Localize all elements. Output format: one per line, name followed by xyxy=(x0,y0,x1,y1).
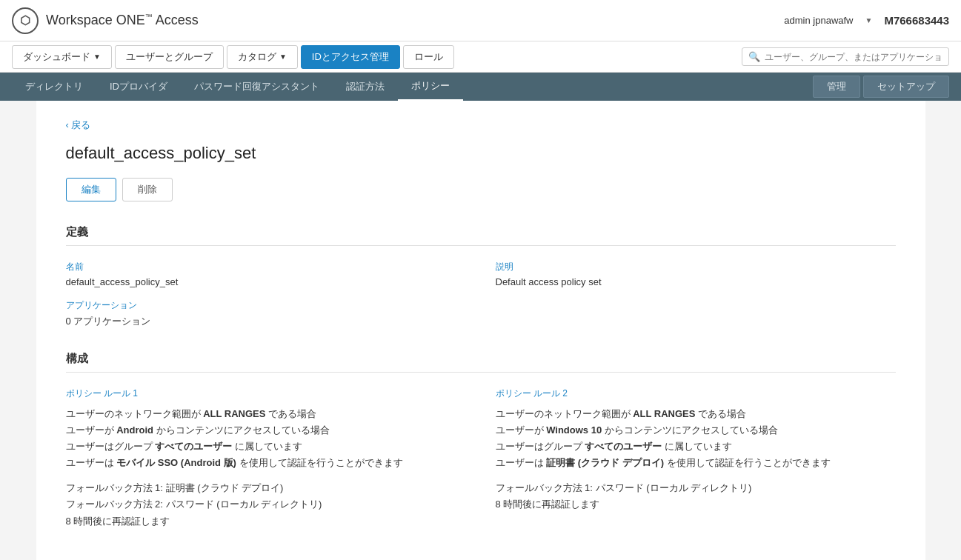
subnav-manage-btn[interactable]: 管理 xyxy=(813,76,860,98)
policy-rule-1-fallback-1: フォールバック方法 1: 証明書 (クラウド デプロイ) xyxy=(66,480,466,496)
subnav-directory[interactable]: ディレクトリ xyxy=(12,73,96,101)
policy-rule-2: ポリシー ルール 2 ユーザーのネットワーク範囲が ALL RANGES である… xyxy=(496,387,896,530)
definition-grid: 名前 default_access_policy_set 説明 Default … xyxy=(66,261,896,287)
policy-rule-2-line-3: ユーザーはグループ すべてのユーザー に属しています xyxy=(496,439,896,455)
content-area: ‹ 戻る default_access_policy_set 編集 削除 定義 … xyxy=(36,101,925,560)
nav-users-groups[interactable]: ユーザーとグループ xyxy=(115,45,224,69)
nav-dashboard-label: ダッシュボード xyxy=(23,50,90,64)
description-field: 説明 Default access policy set xyxy=(496,261,896,287)
policy-rule-1-line-3: ユーザーはグループ すべてのユーザー に属しています xyxy=(66,439,466,455)
logo-text: Workspace ONE™ Access xyxy=(46,13,199,28)
config-title: 構成 xyxy=(66,352,896,373)
header-left: ⬡ Workspace ONE™ Access xyxy=(12,7,199,34)
delete-button[interactable]: 削除 xyxy=(122,178,173,201)
search-input[interactable] xyxy=(765,52,942,62)
config-grid: ポリシー ルール 1 ユーザーのネットワーク範囲が ALL RANGES である… xyxy=(66,387,896,530)
policy-rule-2-title: ポリシー ルール 2 xyxy=(496,387,896,400)
nav-search-box[interactable]: 🔍 xyxy=(742,47,949,66)
nav-catalog-label: カタログ xyxy=(238,50,276,64)
policy-rule-2-line-4: ユーザーは 証明書 (クラウド デプロイ) を使用して認証を行うことができます xyxy=(496,455,896,471)
policy-rule-2-fallback-2: 8 時間後に再認証します xyxy=(496,496,896,513)
definition-title: 定義 xyxy=(66,225,896,246)
logo-sup: ™ xyxy=(145,13,153,21)
subnav-password-recovery[interactable]: パスワード回復アシスタント xyxy=(181,73,333,101)
subnav-setup-btn[interactable]: セットアップ xyxy=(863,76,949,98)
policy-rule-2-fallbacks: フォールバック方法 1: パスワード (ローカル ディレクトリ) 8 時間後に再… xyxy=(496,480,896,513)
header-user-arrow[interactable]: ▼ xyxy=(865,16,873,24)
header-user: admin jpnawafw xyxy=(784,15,853,26)
sub-nav: ディレクトリ IDプロバイダ パスワード回復アシスタント 認証方法 ポリシー 管… xyxy=(0,73,961,101)
subnav-auth-method[interactable]: 認証方法 xyxy=(333,73,398,101)
search-icon: 🔍 xyxy=(748,51,760,62)
policy-rule-1-fallback-3: 8 時間後に再認証します xyxy=(66,513,466,530)
nav-users-groups-label: ユーザーとグループ xyxy=(126,50,213,64)
nav-bar: ダッシュボード ▼ ユーザーとグループ カタログ ▼ IDとアクセス管理 ロール… xyxy=(0,41,961,73)
nav-catalog-arrow: ▼ xyxy=(279,53,287,61)
header-right: admin jpnawafw ▼ M766683443 xyxy=(784,14,949,27)
subnav-idprovider[interactable]: IDプロバイダ xyxy=(96,73,181,101)
policy-rule-1-fallbacks: フォールバック方法 1: 証明書 (クラウド デプロイ) フォールバック方法 2… xyxy=(66,480,466,529)
nav-role-label: ロール xyxy=(414,50,443,64)
description-value: Default access policy set xyxy=(496,276,896,287)
nav-id-access[interactable]: IDとアクセス管理 xyxy=(301,45,400,69)
policy-rule-1-line-4: ユーザーは モバイル SSO (Android 版) を使用して認証を行うことが… xyxy=(66,455,466,471)
logo-access: Access xyxy=(153,13,199,27)
definition-section: 定義 名前 default_access_policy_set 説明 Defau… xyxy=(66,225,896,328)
applications-field: アプリケーション 0 アプリケーション xyxy=(66,299,896,328)
logo-icon: ⬡ xyxy=(12,7,39,34)
header: ⬡ Workspace ONE™ Access admin jpnawafw ▼… xyxy=(0,0,961,41)
description-label: 説明 xyxy=(496,261,896,273)
edit-button[interactable]: 編集 xyxy=(66,178,116,201)
policy-rule-2-fallback-1: フォールバック方法 1: パスワード (ローカル ディレクトリ) xyxy=(496,480,896,496)
applications-value: 0 アプリケーション xyxy=(66,315,896,328)
config-section: 構成 ポリシー ルール 1 ユーザーのネットワーク範囲が ALL RANGES … xyxy=(66,352,896,530)
policy-rule-1: ポリシー ルール 1 ユーザーのネットワーク範囲が ALL RANGES である… xyxy=(66,387,466,530)
action-buttons: 編集 削除 xyxy=(66,178,896,201)
policy-rule-2-line-1: ユーザーのネットワーク範囲が ALL RANGES である場合 xyxy=(496,406,896,422)
sub-nav-left: ディレクトリ IDプロバイダ パスワード回復アシスタント 認証方法 ポリシー xyxy=(12,73,463,101)
applications-label: アプリケーション xyxy=(66,299,896,312)
nav-role[interactable]: ロール xyxy=(403,45,454,69)
back-link[interactable]: ‹ 戻る xyxy=(66,119,91,132)
subnav-policy[interactable]: ポリシー xyxy=(398,73,463,101)
policy-rule-1-line-2: ユーザーが Android からコンテンツにアクセスしている場合 xyxy=(66,422,466,439)
name-field: 名前 default_access_policy_set xyxy=(66,261,466,287)
nav-dashboard-arrow: ▼ xyxy=(93,53,101,61)
header-tenant: M766683443 xyxy=(884,14,949,27)
page-title: default_access_policy_set xyxy=(66,144,896,163)
name-value: default_access_policy_set xyxy=(66,276,466,287)
name-label: 名前 xyxy=(66,261,466,273)
nav-catalog[interactable]: カタログ ▼ xyxy=(227,45,298,69)
policy-rule-1-fallback-2: フォールバック方法 2: パスワード (ローカル ディレクトリ) xyxy=(66,496,466,513)
policy-rule-1-title: ポリシー ルール 1 xyxy=(66,387,466,400)
policy-rule-2-line-2: ユーザーが Windows 10 からコンテンツにアクセスしている場合 xyxy=(496,422,896,439)
sub-nav-right: 管理 セットアップ xyxy=(813,76,949,98)
policy-rule-1-line-1: ユーザーのネットワーク範囲が ALL RANGES である場合 xyxy=(66,406,466,422)
nav-dashboard[interactable]: ダッシュボード ▼ xyxy=(12,45,112,69)
nav-id-access-label: IDとアクセス管理 xyxy=(312,50,389,64)
